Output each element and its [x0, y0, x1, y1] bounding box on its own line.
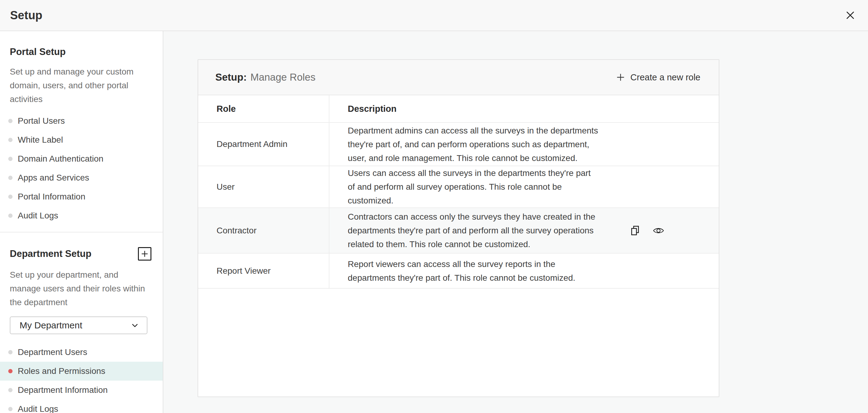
portal-setup-nav: Portal Users White Label Domain Authenti…: [0, 111, 163, 225]
card-empty-area: [198, 289, 719, 397]
department-setup-nav: Department Users Roles and Permissions D…: [0, 343, 163, 413]
bullet-dot-icon: [8, 195, 12, 199]
bullet-dot-icon: [8, 213, 12, 218]
setup-modal: Setup Portal Setup Set up and manage you…: [0, 0, 868, 413]
bullet-dot-icon: [8, 350, 12, 354]
role-description: Department admins can access all the sur…: [348, 124, 598, 165]
duplicate-role-button[interactable]: [631, 226, 640, 236]
sidebar-item-label: Audit Logs: [18, 404, 58, 413]
plus-icon: [616, 72, 625, 82]
sidebar-item-label: Department Users: [18, 347, 87, 357]
row-actions: [631, 226, 719, 236]
sidebar-item-label: Domain Authentication: [18, 154, 103, 164]
column-header-description: Description: [330, 95, 719, 122]
close-icon: [845, 10, 856, 21]
department-selector[interactable]: My Department: [10, 316, 148, 334]
add-department-button[interactable]: [138, 247, 151, 261]
role-name: User: [198, 166, 330, 207]
department-setup-header: Department Setup: [10, 247, 151, 261]
bullet-dot-icon: [8, 369, 12, 373]
card-header: Setup: Manage Roles Create a new role: [198, 60, 719, 95]
bullet-dot-icon: [8, 157, 12, 161]
table-header-row: Role Description: [198, 95, 719, 122]
sidebar-item-roles-and-permissions[interactable]: Roles and Permissions: [0, 362, 163, 381]
create-new-role-label: Create a new role: [630, 72, 701, 82]
sidebar-item-department-audit-logs[interactable]: Audit Logs: [0, 400, 163, 413]
card-title-prefix: Setup:: [215, 71, 247, 83]
sidebar-item-label: Audit Logs: [18, 211, 58, 220]
table-row[interactable]: Contractor Contractors can access only t…: [198, 207, 719, 253]
setup-sidebar: Portal Setup Set up and manage your cust…: [0, 31, 163, 413]
sidebar-item-portal-information[interactable]: Portal Information: [0, 187, 163, 206]
bullet-dot-icon: [8, 407, 12, 411]
main-content: Setup: Manage Roles Create a new role Ro…: [163, 31, 868, 413]
role-description: Report viewers can access all the survey…: [348, 257, 598, 285]
portal-setup-section: Portal Setup Set up and manage your cust…: [0, 31, 163, 225]
role-name: Department Admin: [198, 123, 330, 166]
sidebar-item-label: Portal Users: [18, 116, 65, 126]
department-setup-section: Department Setup Set up your department,…: [0, 232, 163, 413]
sidebar-item-portal-audit-logs[interactable]: Audit Logs: [0, 206, 163, 225]
role-description: Users can access all the surveys in the …: [348, 166, 598, 207]
sidebar-item-department-users[interactable]: Department Users: [0, 343, 163, 362]
department-setup-title: Department Setup: [10, 248, 91, 260]
close-button[interactable]: [843, 8, 857, 22]
bullet-dot-icon: [8, 138, 12, 142]
sidebar-item-label: Portal Information: [18, 192, 85, 202]
modal-header: Setup: [0, 0, 868, 31]
card-title-text: Manage Roles: [250, 71, 316, 83]
modal-body: Portal Setup Set up and manage your cust…: [0, 31, 868, 413]
sidebar-item-apps-and-services[interactable]: Apps and Services: [0, 168, 163, 187]
table-row[interactable]: Report Viewer Report viewers can access …: [198, 253, 719, 289]
sidebar-item-domain-authentication[interactable]: Domain Authentication: [0, 149, 163, 168]
bullet-dot-icon: [8, 119, 12, 123]
sidebar-item-white-label[interactable]: White Label: [0, 131, 163, 149]
bullet-dot-icon: [8, 176, 12, 180]
role-description: Contractors can access only the surveys …: [348, 210, 598, 251]
sidebar-item-label: Roles and Permissions: [18, 366, 105, 376]
plus-icon: [141, 250, 149, 258]
view-role-button[interactable]: [653, 226, 664, 235]
duplicate-icon: [631, 226, 640, 236]
eye-icon: [653, 226, 664, 235]
column-header-role: Role: [198, 95, 330, 122]
portal-setup-title: Portal Setup: [10, 46, 153, 58]
portal-setup-description: Set up and manage your custom domain, us…: [10, 65, 151, 106]
table-row[interactable]: User Users can access all the surveys in…: [198, 166, 719, 207]
manage-roles-card: Setup: Manage Roles Create a new role Ro…: [197, 59, 719, 397]
sidebar-item-portal-users[interactable]: Portal Users: [0, 111, 163, 131]
department-selector-value: My Department: [20, 320, 82, 331]
sidebar-item-label: Apps and Services: [18, 173, 89, 183]
role-name: Contractor: [198, 208, 330, 253]
sidebar-item-label: Department Information: [18, 385, 108, 395]
page-title: Setup: [10, 9, 42, 22]
department-setup-description: Set up your department, and manage users…: [10, 268, 151, 309]
sidebar-item-department-information[interactable]: Department Information: [0, 381, 163, 400]
sidebar-item-label: White Label: [18, 135, 63, 145]
chevron-down-icon: [130, 321, 140, 330]
card-title: Setup: Manage Roles: [215, 71, 315, 83]
bullet-dot-icon: [8, 388, 12, 392]
table-row[interactable]: Department Admin Department admins can a…: [198, 122, 719, 166]
create-new-role-button[interactable]: Create a new role: [616, 72, 701, 82]
role-name: Report Viewer: [198, 253, 330, 288]
